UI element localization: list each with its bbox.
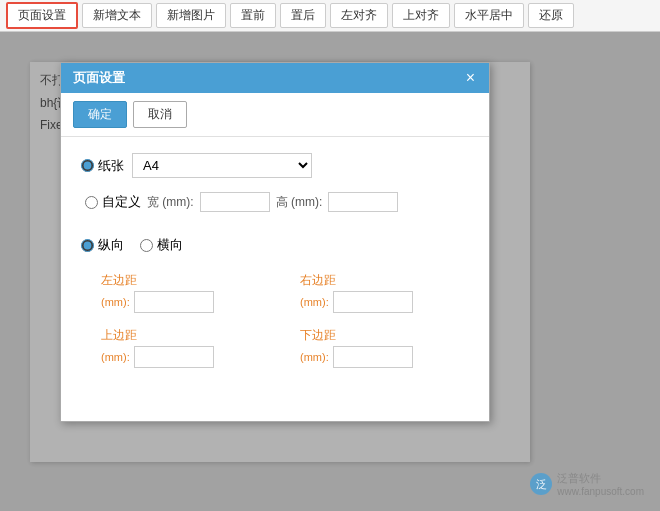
- margin-right-sub: (mm):: [300, 296, 329, 308]
- margin-left-input[interactable]: [134, 291, 214, 313]
- brand-url: www.fanpusoft.com: [557, 486, 644, 497]
- restore-button[interactable]: 还原: [528, 3, 574, 28]
- brand-logo-icon: 泛: [529, 472, 553, 496]
- custom-radio-label[interactable]: 自定义: [85, 193, 141, 211]
- brand-area: 泛 泛普软件 www.fanpusoft.com: [529, 471, 644, 497]
- margin-right-item: 右边距 (mm): 下边距 (mm):: [300, 272, 469, 368]
- paper-radio-label[interactable]: 纸张: [81, 157, 124, 175]
- custom-radio[interactable]: [85, 196, 98, 209]
- custom-label: 自定义: [102, 193, 141, 211]
- margin-bottom-input-row: (mm):: [300, 346, 469, 368]
- margin-right-input-row: (mm):: [300, 291, 469, 313]
- landscape-label: 横向: [157, 236, 183, 254]
- page-setup-dialog: 页面设置 × 确定 取消 纸张 A4 A3: [60, 62, 490, 422]
- margin-bottom-input[interactable]: [333, 346, 413, 368]
- margin-top-sub: (mm):: [101, 351, 130, 363]
- paper-select[interactable]: A4 A3 B5 Letter: [132, 153, 312, 178]
- move-front-button[interactable]: 置前: [230, 3, 276, 28]
- paper-label: 纸张: [98, 157, 124, 175]
- margin-left-label: 左边距: [101, 272, 270, 289]
- dialog-title: 页面设置: [73, 69, 125, 87]
- dialog-body: 纸张 A4 A3 B5 Letter 自定义 宽 (mm):: [61, 137, 489, 384]
- margin-left-sub: (mm):: [101, 296, 130, 308]
- align-left-button[interactable]: 左对齐: [330, 3, 388, 28]
- paper-row: 纸张 A4 A3 B5 Letter: [81, 153, 469, 178]
- landscape-radio[interactable]: [140, 239, 153, 252]
- margin-top-input-row: (mm):: [101, 346, 270, 368]
- align-top-button[interactable]: 上对齐: [392, 3, 450, 28]
- margin-left-item: 左边距 (mm): 上边距 (mm):: [101, 272, 270, 368]
- move-back-button[interactable]: 置后: [280, 3, 326, 28]
- svg-text:泛: 泛: [536, 478, 547, 490]
- margin-bottom-label: 下边距: [300, 327, 469, 344]
- add-image-button[interactable]: 新增图片: [156, 3, 226, 28]
- margin-right-input[interactable]: [333, 291, 413, 313]
- brand-name: 泛普软件: [557, 471, 644, 486]
- toolbar: 页面设置 新增文本 新增图片 置前 置后 左对齐 上对齐 水平居中 还原: [0, 0, 660, 32]
- orientation-row: 纵向 横向: [81, 236, 469, 254]
- paper-radio[interactable]: [81, 159, 94, 172]
- dialog-header: 页面设置 ×: [61, 63, 489, 93]
- margin-section: 左边距 (mm): 上边距 (mm):: [81, 272, 469, 368]
- cancel-button[interactable]: 取消: [133, 101, 187, 128]
- landscape-radio-label[interactable]: 横向: [140, 236, 183, 254]
- portrait-radio-label[interactable]: 纵向: [81, 236, 124, 254]
- page-setup-button[interactable]: 页面设置: [6, 2, 78, 29]
- main-area: 不打印当前 bh{计算 FixedF 页面设置 × 确定 取消: [0, 32, 660, 511]
- margin-top-input[interactable]: [134, 346, 214, 368]
- dialog-toolbar: 确定 取消: [61, 93, 489, 137]
- margin-top-label: 上边距: [101, 327, 270, 344]
- width-input[interactable]: [200, 192, 270, 212]
- portrait-radio[interactable]: [81, 239, 94, 252]
- height-label: 高 (mm):: [276, 194, 323, 211]
- brand-text: 泛普软件 www.fanpusoft.com: [557, 471, 644, 497]
- height-input[interactable]: [328, 192, 398, 212]
- margin-right-label: 右边距: [300, 272, 469, 289]
- margin-bottom-sub: (mm):: [300, 351, 329, 363]
- margin-left-input-row: (mm):: [101, 291, 270, 313]
- add-text-button[interactable]: 新增文本: [82, 3, 152, 28]
- portrait-label: 纵向: [98, 236, 124, 254]
- center-horizontal-button[interactable]: 水平居中: [454, 3, 524, 28]
- modal-overlay: 页面设置 × 确定 取消 纸张 A4 A3: [0, 32, 660, 511]
- dialog-close-button[interactable]: ×: [464, 70, 477, 86]
- confirm-button[interactable]: 确定: [73, 101, 127, 128]
- width-label: 宽 (mm):: [147, 194, 194, 211]
- custom-row: 自定义 宽 (mm): 高 (mm):: [81, 192, 469, 212]
